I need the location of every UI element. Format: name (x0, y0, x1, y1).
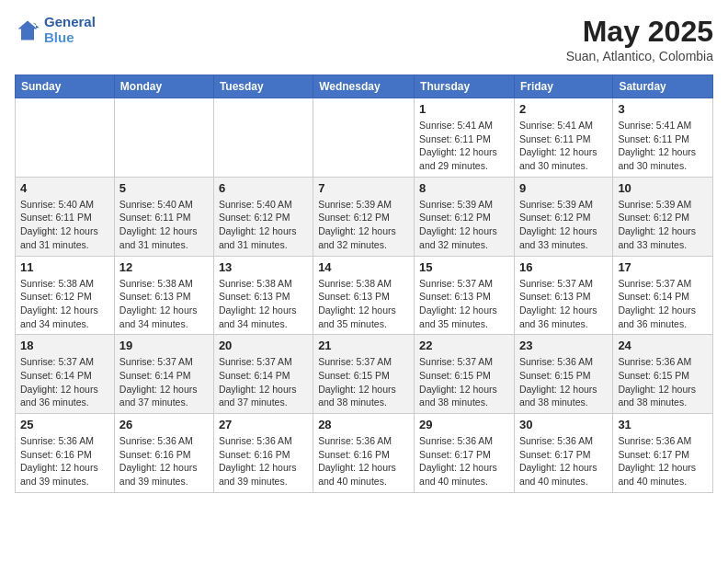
location: Suan, Atlantico, Colombia (566, 49, 713, 63)
calendar-cell (313, 98, 415, 178)
day-number: 11 (20, 260, 109, 274)
day-number: 29 (419, 418, 509, 431)
calendar-cell: 26Sunrise: 5:36 AM Sunset: 6:16 PM Dayli… (114, 414, 213, 493)
calendar-cell: 23Sunrise: 5:36 AM Sunset: 6:15 PM Dayli… (514, 335, 612, 414)
logo: General Blue (15, 15, 96, 45)
day-number: 28 (318, 418, 409, 431)
calendar-cell: 13Sunrise: 5:38 AM Sunset: 6:13 PM Dayli… (213, 256, 313, 335)
day-info: Sunrise: 5:40 AM Sunset: 6:11 PM Dayligh… (20, 198, 109, 252)
day-info: Sunrise: 5:36 AM Sunset: 6:17 PM Dayligh… (519, 434, 608, 488)
day-number: 12 (119, 260, 209, 274)
calendar-cell: 7Sunrise: 5:39 AM Sunset: 6:12 PM Daylig… (313, 177, 415, 256)
day-number: 8 (419, 181, 509, 195)
calendar-cell (114, 98, 213, 178)
calendar-cell: 29Sunrise: 5:36 AM Sunset: 6:17 PM Dayli… (415, 414, 515, 493)
calendar-cell: 12Sunrise: 5:38 AM Sunset: 6:13 PM Dayli… (114, 256, 213, 335)
calendar-cell: 30Sunrise: 5:36 AM Sunset: 6:17 PM Dayli… (514, 414, 612, 493)
day-number: 22 (419, 339, 509, 352)
day-number: 4 (20, 181, 109, 195)
day-info: Sunrise: 5:37 AM Sunset: 6:14 PM Dayligh… (20, 355, 109, 409)
calendar-week-row: 1Sunrise: 5:41 AM Sunset: 6:11 PM Daylig… (16, 98, 713, 178)
day-number: 27 (219, 418, 308, 431)
header-saturday: Saturday (613, 75, 713, 98)
day-info: Sunrise: 5:37 AM Sunset: 6:14 PM Dayligh… (119, 355, 209, 409)
calendar-cell: 27Sunrise: 5:36 AM Sunset: 6:16 PM Dayli… (213, 414, 313, 493)
day-number: 17 (618, 260, 708, 274)
day-info: Sunrise: 5:36 AM Sunset: 6:15 PM Dayligh… (618, 355, 708, 409)
calendar-cell: 10Sunrise: 5:39 AM Sunset: 6:12 PM Dayli… (613, 177, 713, 256)
header-monday: Monday (114, 75, 213, 98)
day-number: 18 (20, 339, 109, 352)
calendar-cell: 2Sunrise: 5:41 AM Sunset: 6:11 PM Daylig… (514, 98, 612, 178)
day-info: Sunrise: 5:36 AM Sunset: 6:16 PM Dayligh… (318, 434, 409, 488)
calendar-cell: 9Sunrise: 5:39 AM Sunset: 6:12 PM Daylig… (514, 177, 612, 256)
day-info: Sunrise: 5:37 AM Sunset: 6:14 PM Dayligh… (618, 277, 708, 331)
header-thursday: Thursday (415, 75, 515, 98)
day-number: 15 (419, 260, 509, 274)
calendar-week-row: 11Sunrise: 5:38 AM Sunset: 6:12 PM Dayli… (16, 256, 713, 335)
calendar-cell: 31Sunrise: 5:36 AM Sunset: 6:17 PM Dayli… (613, 414, 713, 493)
logo-text: General Blue (44, 15, 96, 45)
calendar-cell: 6Sunrise: 5:40 AM Sunset: 6:12 PM Daylig… (213, 177, 313, 256)
calendar-header-row: SundayMondayTuesdayWednesdayThursdayFrid… (16, 75, 713, 98)
calendar-cell: 4Sunrise: 5:40 AM Sunset: 6:11 PM Daylig… (16, 177, 115, 256)
day-info: Sunrise: 5:40 AM Sunset: 6:12 PM Dayligh… (219, 198, 308, 252)
calendar-cell (213, 98, 313, 178)
day-number: 7 (318, 181, 409, 195)
day-number: 10 (618, 181, 708, 195)
calendar-cell: 25Sunrise: 5:36 AM Sunset: 6:16 PM Dayli… (16, 414, 115, 493)
day-number: 3 (618, 102, 708, 116)
day-number: 14 (318, 260, 409, 274)
day-number: 19 (119, 339, 209, 352)
day-info: Sunrise: 5:38 AM Sunset: 6:13 PM Dayligh… (318, 277, 409, 331)
day-number: 31 (618, 418, 708, 431)
calendar-cell: 11Sunrise: 5:38 AM Sunset: 6:12 PM Dayli… (16, 256, 115, 335)
day-number: 20 (219, 339, 308, 352)
day-info: Sunrise: 5:36 AM Sunset: 6:17 PM Dayligh… (618, 434, 708, 488)
day-info: Sunrise: 5:39 AM Sunset: 6:12 PM Dayligh… (419, 198, 509, 252)
day-info: Sunrise: 5:40 AM Sunset: 6:11 PM Dayligh… (119, 198, 209, 252)
header-friday: Friday (514, 75, 612, 98)
calendar-week-row: 18Sunrise: 5:37 AM Sunset: 6:14 PM Dayli… (16, 335, 713, 414)
day-info: Sunrise: 5:37 AM Sunset: 6:13 PM Dayligh… (419, 277, 509, 331)
day-number: 9 (519, 181, 608, 195)
day-number: 1 (419, 102, 509, 116)
day-number: 30 (519, 418, 608, 431)
day-info: Sunrise: 5:38 AM Sunset: 6:12 PM Dayligh… (20, 277, 109, 331)
day-info: Sunrise: 5:39 AM Sunset: 6:12 PM Dayligh… (519, 198, 608, 252)
calendar-cell: 8Sunrise: 5:39 AM Sunset: 6:12 PM Daylig… (415, 177, 515, 256)
day-info: Sunrise: 5:36 AM Sunset: 6:15 PM Dayligh… (519, 355, 608, 409)
day-info: Sunrise: 5:39 AM Sunset: 6:12 PM Dayligh… (618, 198, 708, 252)
day-info: Sunrise: 5:41 AM Sunset: 6:11 PM Dayligh… (419, 119, 509, 173)
day-info: Sunrise: 5:41 AM Sunset: 6:11 PM Dayligh… (519, 119, 608, 173)
calendar-week-row: 25Sunrise: 5:36 AM Sunset: 6:16 PM Dayli… (16, 414, 713, 493)
day-info: Sunrise: 5:37 AM Sunset: 6:13 PM Dayligh… (519, 277, 608, 331)
day-info: Sunrise: 5:36 AM Sunset: 6:16 PM Dayligh… (20, 434, 109, 488)
calendar-week-row: 4Sunrise: 5:40 AM Sunset: 6:11 PM Daylig… (16, 177, 713, 256)
day-info: Sunrise: 5:37 AM Sunset: 6:15 PM Dayligh… (419, 355, 509, 409)
calendar-cell: 15Sunrise: 5:37 AM Sunset: 6:13 PM Dayli… (415, 256, 515, 335)
calendar-cell: 16Sunrise: 5:37 AM Sunset: 6:13 PM Dayli… (514, 256, 612, 335)
day-info: Sunrise: 5:38 AM Sunset: 6:13 PM Dayligh… (119, 277, 209, 331)
day-number: 16 (519, 260, 608, 274)
calendar-cell: 17Sunrise: 5:37 AM Sunset: 6:14 PM Dayli… (613, 256, 713, 335)
calendar-cell: 21Sunrise: 5:37 AM Sunset: 6:15 PM Dayli… (313, 335, 415, 414)
calendar-cell: 18Sunrise: 5:37 AM Sunset: 6:14 PM Dayli… (16, 335, 115, 414)
logo-icon (15, 17, 40, 43)
day-info: Sunrise: 5:36 AM Sunset: 6:17 PM Dayligh… (419, 434, 509, 488)
day-info: Sunrise: 5:37 AM Sunset: 6:15 PM Dayligh… (318, 355, 409, 409)
calendar-table: SundayMondayTuesdayWednesdayThursdayFrid… (15, 75, 713, 493)
month-year: May 2025 (566, 15, 713, 49)
day-info: Sunrise: 5:38 AM Sunset: 6:13 PM Dayligh… (219, 277, 308, 331)
day-number: 21 (318, 339, 409, 352)
page-header: General Blue May 2025 Suan, Atlantico, C… (15, 15, 713, 63)
day-number: 5 (119, 181, 209, 195)
title-block: May 2025 Suan, Atlantico, Colombia (566, 15, 713, 63)
header-sunday: Sunday (16, 75, 115, 98)
calendar-cell (16, 98, 115, 178)
day-number: 25 (20, 418, 109, 431)
day-number: 6 (219, 181, 308, 195)
header-wednesday: Wednesday (313, 75, 415, 98)
day-number: 13 (219, 260, 308, 274)
calendar-cell: 5Sunrise: 5:40 AM Sunset: 6:11 PM Daylig… (114, 177, 213, 256)
